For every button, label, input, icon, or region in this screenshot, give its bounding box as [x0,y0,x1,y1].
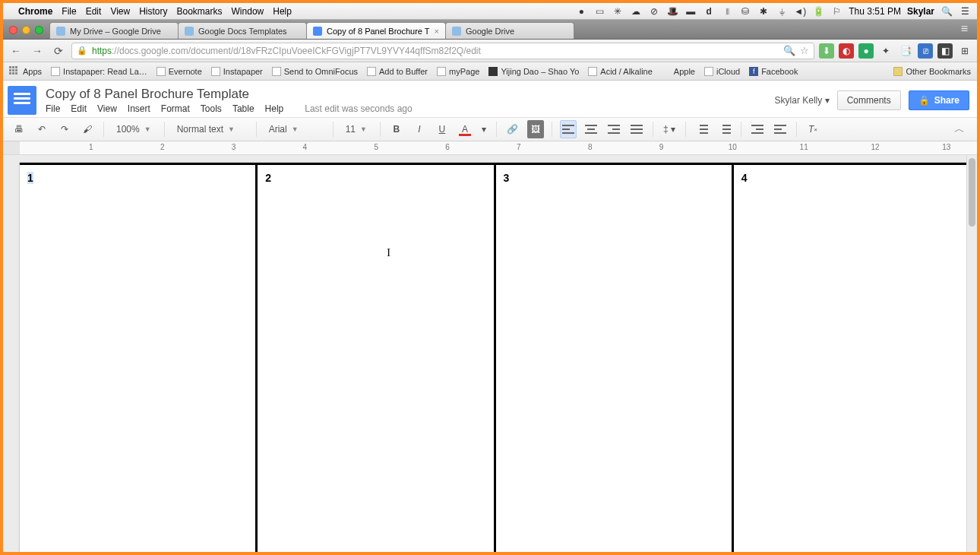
share-button[interactable]: 🔒Share [909,90,969,110]
decrease-indent-button[interactable] [749,120,766,138]
status-icon[interactable]: ▭ [593,6,605,17]
line-spacing-button[interactable]: ‡ ▾ [661,120,678,138]
window-close-button[interactable] [9,26,17,34]
extension-icon[interactable]: ✦ [878,43,893,59]
status-icon[interactable]: ⫴ [721,6,733,17]
menu-insert[interactable]: Insert [128,103,150,114]
status-icon[interactable]: ✳ [612,6,624,17]
mac-clock[interactable]: Thu 3:51 PM [849,6,901,17]
text-color-button[interactable]: A [457,120,473,138]
mac-menu-edit[interactable]: Edit [86,6,102,17]
chrome-menu-icon[interactable]: ≡ [961,22,974,39]
table-cell[interactable]: 2 I [258,165,495,555]
bookmark-item[interactable]: fFacebook [749,67,798,76]
window-zoom-button[interactable] [35,26,43,34]
apps-button[interactable]: Apps [9,66,42,77]
bold-button[interactable]: B [388,120,405,138]
browser-tab[interactable]: Google Drive [445,22,574,39]
menu-view[interactable]: View [97,103,117,114]
status-icon[interactable]: ☁ [630,6,642,17]
bookmark-item[interactable]: myPage [437,67,479,76]
status-icon[interactable]: ⛁ [739,6,751,17]
print-button[interactable]: 🖶 [11,120,27,138]
menu-format[interactable]: Format [161,103,190,114]
zoom-select[interactable]: 100%▼ [112,124,156,135]
bulleted-list-button[interactable] [716,120,733,138]
mac-menu-help[interactable]: Help [273,6,292,17]
battery-icon[interactable]: 🔋 [812,6,824,17]
horizontal-ruler[interactable]: 12345678910111213 [3,141,977,155]
extension-icon[interactable]: ⬇ [819,43,834,59]
extension-icon[interactable]: 📑 [898,43,913,59]
document-canvas[interactable]: 1 2 I 3 4 [3,155,977,555]
paint-format-button[interactable]: 🖌 [79,120,96,138]
bookmark-item[interactable]: Evernote [156,67,202,76]
bookmark-item[interactable]: Yijing Dao – Shao Yo [488,67,579,76]
status-icon[interactable]: ⊘ [648,6,660,17]
menu-file[interactable]: File [46,103,60,114]
bookmark-star-icon[interactable]: ☆ [800,45,809,56]
volume-icon[interactable]: ◄) [794,6,806,17]
align-left-button[interactable] [560,120,577,138]
bookmark-item[interactable]: iCloud [704,67,740,76]
notification-center-icon[interactable]: ☰ [959,6,971,17]
docs-logo-icon[interactable] [8,86,36,115]
flag-icon[interactable]: ⚐ [830,6,842,17]
increase-indent-button[interactable] [772,120,789,138]
font-select[interactable]: Arial▼ [264,124,325,135]
undo-button[interactable]: ↶ [33,120,50,138]
underline-button[interactable]: U [434,120,450,138]
insert-link-button[interactable]: 🔗 [504,120,521,138]
zoom-icon[interactable]: 🔍 [783,45,795,56]
numbered-list-button[interactable] [694,120,710,138]
table-cell[interactable]: 1 [20,165,258,555]
bookmark-item[interactable]: Apple [662,67,695,76]
document-title[interactable]: Copy of 8 Panel Brochure Template [46,87,413,102]
back-button[interactable]: ← [8,43,24,59]
mac-menu-file[interactable]: File [62,6,76,17]
window-minimize-button[interactable] [22,26,30,34]
browser-tab-active[interactable]: Copy of 8 Panel Brochure T× [306,22,446,39]
paragraph-style-select[interactable]: Normal text▼ [172,124,248,135]
bluetooth-icon[interactable]: ✱ [757,6,770,17]
bookmark-item[interactable]: Instapaper [211,67,263,76]
status-icon[interactable]: ▬ [684,6,697,17]
extension-icon[interactable]: ◧ [937,43,953,59]
align-right-button[interactable] [605,120,622,138]
mac-menu-view[interactable]: View [110,6,130,17]
mac-menu-window[interactable]: Window [232,6,264,17]
table-cell[interactable]: 4 [734,165,969,555]
menu-tools[interactable]: Tools [201,103,222,114]
insert-image-button[interactable]: 🖼 [527,120,544,138]
address-bar[interactable]: 🔒 https://docs.google.com/document/d/18v… [71,43,814,59]
account-dropdown[interactable]: Skylar Kelly ▾ [775,95,830,106]
browser-tab[interactable]: Google Docs Templates [178,22,307,39]
mac-app-name[interactable]: Chrome [18,6,52,17]
menu-table[interactable]: Table [232,103,254,114]
bookmark-item[interactable]: Send to OmniFocus [272,67,358,76]
other-bookmarks-button[interactable]: Other Bookmarks [893,67,971,76]
mac-menu-bookmarks[interactable]: Bookmarks [177,6,223,17]
font-size-select[interactable]: 11▼ [341,124,372,135]
bookmark-item[interactable]: Add to Buffer [367,67,428,76]
extension-icon[interactable]: ◐ [839,43,854,59]
bookmark-item[interactable]: Instapaper: Read La… [51,67,147,76]
status-icon[interactable]: 🎩 [666,6,678,17]
comments-button[interactable]: Comments [837,90,901,110]
status-icon[interactable]: d [703,6,715,17]
browser-tab[interactable]: My Drive – Google Drive [49,22,179,39]
tab-close-icon[interactable]: × [435,27,439,36]
mac-user[interactable]: Skylar [907,6,934,17]
clear-formatting-button[interactable]: T× [805,120,821,138]
redo-button[interactable]: ↷ [56,120,73,138]
extension-icon[interactable]: ⎚ [918,43,933,59]
menu-help[interactable]: Help [265,103,284,114]
align-center-button[interactable] [583,120,599,138]
align-justify-button[interactable] [628,120,645,138]
text-color-dropdown[interactable]: ▾ [479,120,488,138]
mac-menu-history[interactable]: History [139,6,167,17]
menu-edit[interactable]: Edit [71,103,87,114]
extension-icon[interactable]: ● [858,43,874,59]
collapse-toolbar-button[interactable]: ︿ [950,122,969,136]
reload-button[interactable]: ⟳ [50,43,67,59]
